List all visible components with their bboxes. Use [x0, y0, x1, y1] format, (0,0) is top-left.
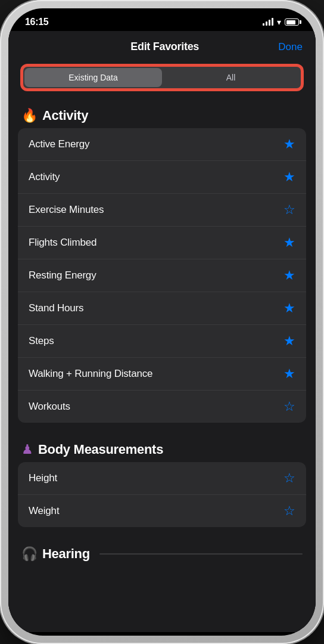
phone-screen: 16:15 ▾ Edit Fa: [8, 8, 316, 636]
activity-list: Active Energy Activity Exercise Minutes …: [18, 128, 306, 423]
activity-section-header: 🔥 Activity: [8, 98, 316, 128]
star-icon[interactable]: [284, 235, 295, 250]
body-measurements-section-header: ♟ Body Measurements: [8, 432, 316, 462]
star-icon[interactable]: [284, 503, 295, 519]
star-icon[interactable]: [284, 268, 295, 283]
notch: [114, 8, 210, 29]
star-icon[interactable]: [284, 366, 295, 382]
list-item[interactable]: Flights Climbed: [18, 227, 306, 259]
item-label: Active Energy: [29, 138, 89, 150]
item-label: Height: [29, 472, 57, 484]
segment-wrapper: Existing Data All: [8, 60, 316, 98]
activity-title: Activity: [42, 108, 88, 123]
item-label: Steps: [29, 335, 54, 347]
list-item[interactable]: Height: [18, 462, 306, 495]
scroll-content[interactable]: 🔥 Activity Active Energy Activity Exerci…: [8, 98, 316, 632]
star-icon[interactable]: [284, 399, 295, 414]
item-label: Weight: [29, 505, 59, 517]
star-icon[interactable]: [284, 137, 295, 152]
signal-icon: [263, 18, 273, 26]
body-measurements-icon: ♟: [21, 442, 33, 457]
activity-icon: 🔥: [21, 108, 38, 123]
list-item[interactable]: Walking + Running Distance: [18, 358, 306, 391]
page-title: Edit Favorites: [130, 41, 199, 53]
star-icon[interactable]: [284, 301, 295, 316]
segment-all[interactable]: All: [162, 68, 300, 87]
item-label: Resting Energy: [29, 270, 96, 281]
wifi-icon: ▾: [277, 17, 281, 27]
segment-existing-data[interactable]: Existing Data: [24, 68, 162, 87]
star-icon[interactable]: [284, 333, 295, 349]
item-label: Walking + Running Distance: [29, 368, 152, 380]
body-measurements-list: Height Weight: [18, 462, 306, 527]
star-icon[interactable]: [284, 169, 295, 185]
battery-icon: [285, 18, 299, 26]
item-label: Flights Climbed: [29, 237, 96, 249]
list-item[interactable]: Resting Energy: [18, 259, 306, 292]
status-icons: ▾: [263, 17, 299, 27]
segment-control: Existing Data All: [21, 65, 303, 90]
list-item[interactable]: Active Energy: [18, 128, 306, 161]
hearing-section-header: 🎧 Hearing: [8, 537, 316, 566]
body-measurements-title: Body Measurements: [38, 442, 163, 457]
list-item[interactable]: Exercise Minutes: [18, 194, 306, 227]
screen-content: Edit Favorites Done Existing Data All: [8, 31, 316, 632]
status-time: 16:15: [25, 17, 48, 27]
phone-frame: 16:15 ▾ Edit Fa: [0, 0, 324, 644]
list-item[interactable]: Steps: [18, 325, 306, 358]
item-label: Stand Hours: [29, 302, 83, 314]
done-button[interactable]: Done: [278, 41, 303, 53]
nav-header: Edit Favorites Done: [8, 31, 316, 60]
list-item[interactable]: Stand Hours: [18, 292, 306, 325]
item-label: Workouts: [29, 401, 70, 413]
list-item[interactable]: Activity: [18, 161, 306, 194]
hearing-title: Hearing: [42, 546, 90, 562]
list-item[interactable]: Weight: [18, 495, 306, 527]
item-label: Activity: [29, 171, 60, 183]
hearing-icon: 🎧: [21, 546, 38, 562]
item-label: Exercise Minutes: [29, 204, 104, 216]
star-icon[interactable]: [284, 470, 295, 486]
star-icon[interactable]: [284, 202, 295, 218]
list-item[interactable]: Workouts: [18, 391, 306, 423]
